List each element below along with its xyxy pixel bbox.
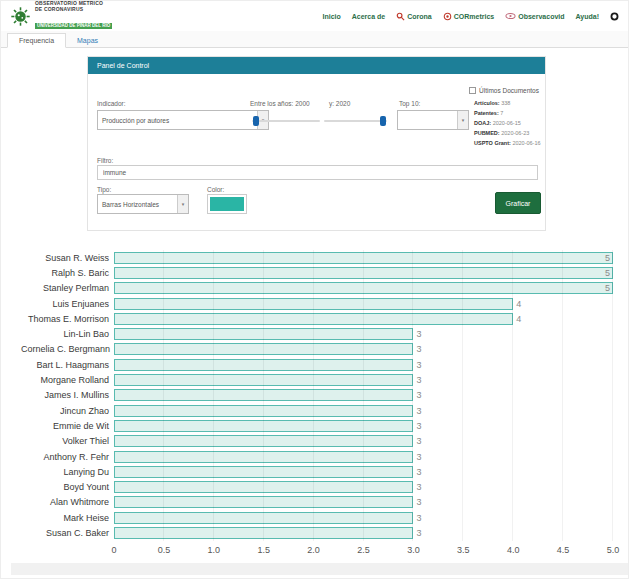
bar — [114, 359, 413, 371]
bar — [114, 420, 413, 432]
stat-line: Artículos: 338 — [474, 99, 541, 109]
logo-text: OBSERVATORIO MÉTRICO DE CORONAVIRUS UNIV… — [35, 0, 112, 32]
bar-track: 3 — [114, 527, 613, 539]
year-from-label: Entre los años: 2000 — [250, 100, 310, 107]
chevron-down-icon: ▾ — [177, 195, 188, 213]
color-label: Color: — [207, 186, 224, 193]
year-from-slider[interactable] — [252, 116, 320, 126]
year-to-slider[interactable] — [324, 116, 387, 126]
stat-line: Patentes: 7 — [474, 109, 541, 119]
bar-value: 3 — [416, 435, 421, 447]
nav-item-label: Inicio — [323, 13, 341, 20]
nav-item-inicio[interactable]: Inicio — [323, 13, 341, 20]
bar — [114, 481, 413, 493]
nav-item-acerca-de[interactable]: Acerca de — [352, 13, 385, 20]
panel-title: Panel de Control — [88, 57, 545, 74]
bar-value: 3 — [416, 481, 421, 493]
tab-mapas[interactable]: Mapas — [66, 34, 109, 47]
bar-value: 3 — [416, 466, 421, 478]
top10-select[interactable]: ▾ — [397, 110, 469, 130]
slider-handle[interactable] — [380, 116, 386, 126]
latest-docs-checkbox[interactable] — [469, 87, 476, 94]
bar — [114, 343, 413, 355]
bar — [114, 389, 413, 401]
top10-label: Top 10: — [399, 100, 420, 107]
bar-track: 3 — [114, 359, 613, 371]
virus-logo-icon — [10, 6, 31, 27]
nav-item-label: Ayuda! — [576, 13, 599, 20]
x-axis-tick: 3.5 — [457, 545, 470, 555]
bar-value: 3 — [416, 451, 421, 463]
x-axis-tick: 2.5 — [357, 545, 370, 555]
bar-track: 3 — [114, 328, 613, 340]
bar-label: Anthony R. Fehr — [21, 452, 114, 462]
latest-docs-stats: Artículos: 338Patentes: 7DOAJ: 2020-06-1… — [474, 99, 541, 148]
chart-bar-row: Susan R. Weiss5 — [21, 250, 613, 265]
chart-bar-row: Emmie de Wit3 — [21, 418, 613, 433]
bar-label: Susan C. Baker — [21, 528, 114, 538]
chart-bar-row: Jincun Zhao3 — [21, 403, 613, 418]
chart-bar-row: Susan C. Baker3 — [21, 525, 613, 540]
control-panel: Panel de Control Indicador: Producción p… — [87, 56, 546, 231]
dark-circle-icon — [610, 12, 619, 21]
nav-item-label: Acerca de — [352, 13, 385, 20]
nav-item-cormetrics[interactable]: CORmetrics — [443, 12, 494, 21]
tab-frequencia[interactable]: Frequencia — [7, 33, 66, 48]
horizontal-scrollbar[interactable] — [11, 563, 629, 575]
nav-item-observacovid[interactable]: Observacovid — [505, 12, 564, 20]
eye-icon — [505, 12, 516, 20]
bar-value: 5 — [605, 267, 610, 279]
bar-track: 3 — [114, 496, 613, 508]
chart-bar-row: Anthony R. Fehr3 — [21, 449, 613, 464]
app-header: OBSERVATORIO MÉTRICO DE CORONAVIRUS UNIV… — [1, 1, 628, 31]
bar — [114, 451, 413, 463]
nav-item-ayuda[interactable]: Ayuda! — [576, 13, 599, 20]
x-axis-tick: 3.0 — [407, 545, 420, 555]
chart-bar-row: Alan Whitmore3 — [21, 495, 613, 510]
chart-bar-row: Lin-Lin Bao3 — [21, 326, 613, 341]
filtro-input[interactable] — [97, 165, 538, 180]
nav-item-label: Corona — [407, 13, 432, 20]
latest-docs-label: Últimos Documentos — [479, 87, 539, 94]
bar-label: Ralph S. Baric — [21, 268, 114, 278]
chart-bar-row: Mark Heise3 — [21, 510, 613, 525]
bar-track: 3 — [114, 512, 613, 524]
indicador-select[interactable]: Producción por autores ▾ — [97, 110, 269, 130]
nav-item-theme[interactable] — [610, 12, 619, 21]
chart-bar-row: Thomas E. Morrison4 — [21, 311, 613, 326]
latest-docs-checkbox-row[interactable]: Últimos Documentos — [469, 87, 539, 94]
bar-track: 5 — [114, 267, 613, 279]
bar-track: 3 — [114, 466, 613, 478]
bar-label: Boyd Yount — [21, 482, 114, 492]
bar — [114, 298, 513, 310]
bar-label: Emmie de Wit — [21, 421, 114, 431]
x-axis-tick: 0 — [111, 545, 116, 555]
bar-track: 5 — [114, 252, 613, 264]
bar-track: 3 — [114, 420, 613, 432]
chart-bar-row: Volker Thiel3 — [21, 434, 613, 449]
stat-line: PUBMED: 2020-06-23 — [474, 129, 541, 139]
slider-track — [324, 120, 387, 122]
color-picker[interactable] — [207, 194, 247, 214]
site-logo[interactable]: OBSERVATORIO MÉTRICO DE CORONAVIRUS UNIV… — [10, 0, 112, 32]
tipo-select[interactable]: Barras Horizontales ▾ — [97, 194, 189, 214]
x-axis-tick: 1.0 — [208, 545, 221, 555]
panel-body: Indicador: Producción por autores ▾ Entr… — [88, 74, 545, 214]
tipo-select-value: Barras Horizontales — [98, 195, 177, 213]
top-nav: InicioAcerca deCoronaCORmetricsObservaco… — [323, 12, 620, 21]
tab-bar: Frequencia Mapas — [1, 31, 628, 48]
nav-item-corona[interactable]: Corona — [396, 12, 432, 21]
bar-track: 3 — [114, 451, 613, 463]
x-axis-tick: 4.5 — [557, 545, 570, 555]
chevron-down-icon: ▾ — [457, 111, 468, 129]
bar-label: Cornelia C. Bergmann — [21, 344, 114, 354]
color-swatch-inner — [210, 197, 244, 211]
graficar-button[interactable]: Graficar — [495, 192, 541, 214]
bar-label: Stanley Perlman — [21, 283, 114, 293]
bar-track: 4 — [114, 313, 613, 325]
slider-handle[interactable] — [253, 116, 259, 126]
search-icon — [396, 12, 405, 21]
bar-label: Lanying Du — [21, 467, 114, 477]
bar-value: 3 — [416, 420, 421, 432]
bar-label: Lin-Lin Bao — [21, 329, 114, 339]
